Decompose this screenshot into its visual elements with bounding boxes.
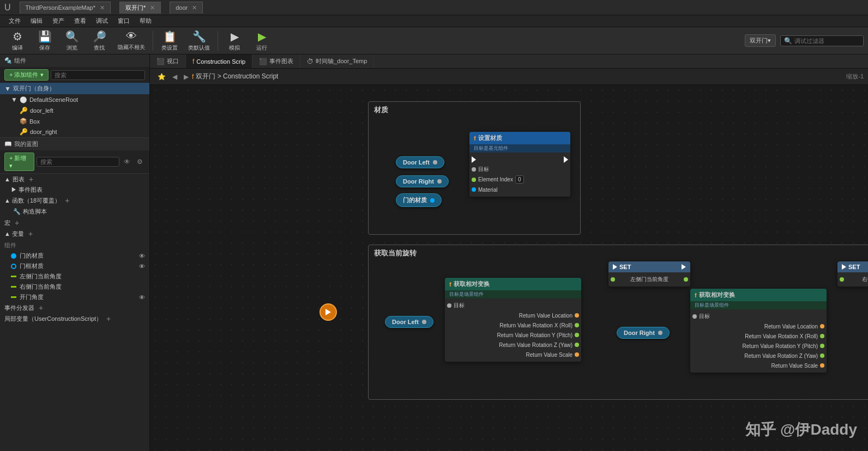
- blueprint-canvas[interactable]: 材质 Door Left Door Right 门的材质: [150, 85, 868, 451]
- add-variable-button[interactable]: +: [26, 229, 35, 238]
- forward-button[interactable]: ▶: [180, 72, 192, 82]
- add-dispatcher-button[interactable]: +: [37, 303, 45, 312]
- var-left-angle[interactable]: 左侧门当前角度: [0, 271, 149, 282]
- event-dispatchers-section[interactable]: 事件分发器 +: [0, 302, 149, 313]
- back-button[interactable]: ◀: [169, 72, 180, 82]
- debug-filter-input[interactable]: [794, 38, 860, 44]
- door-right-label-2: Door Right: [624, 330, 655, 336]
- add-local-var-button[interactable]: +: [104, 314, 113, 323]
- functions-section[interactable]: ▲ 函数（18可覆盖） +: [0, 195, 149, 206]
- tab-timeline[interactable]: ⏱ 时间轴_door_Temp: [300, 54, 374, 68]
- menu-debug[interactable]: 调试: [92, 16, 112, 26]
- gt1-location-row: Return Value Location: [445, 310, 581, 320]
- toolbar: ⚙ 编译 💾 保存 🔍 浏览 🔎 查找 👁 隐藏不相关 📋 类设置 🔧 类默认值…: [0, 27, 868, 54]
- gt1-target-row: 目标: [445, 301, 581, 310]
- get-transform-1-node[interactable]: f 获取相对变换 目标是场景组件 目标 Return Value Locatio…: [445, 278, 581, 362]
- find-button[interactable]: 🔎 查找: [86, 28, 112, 54]
- door-left-var-node-1[interactable]: Door Left: [396, 156, 444, 168]
- save-button[interactable]: 💾 保存: [32, 28, 58, 54]
- door-left-var-node-2[interactable]: Door Left: [385, 316, 433, 328]
- close-tab-0[interactable]: ✕: [100, 4, 105, 11]
- blueprint-search-input[interactable]: [37, 157, 119, 167]
- tree-item-door-right[interactable]: 🔑 door_right: [0, 126, 149, 137]
- class-defaults-icon: 🔧: [192, 30, 206, 43]
- entry-node[interactable]: [320, 303, 337, 321]
- event-graph-section[interactable]: ▶ 事件图表: [0, 185, 149, 195]
- set-left-out-pin: [684, 277, 688, 282]
- editor-area: ⬛ 视口 f Construction Scrip ⬛ 事件图表 ⏱ 时间轴_d…: [150, 54, 868, 451]
- var-door-material[interactable]: 门的材质 👁: [0, 251, 149, 261]
- hide-unrelated-button[interactable]: 👁 隐藏不相关: [113, 28, 149, 53]
- run-icon: ▶: [258, 30, 266, 43]
- set-material-node[interactable]: f 设置材质 目标是基元组件 目标: [469, 132, 570, 197]
- variables-section[interactable]: ▲ 变量 +: [0, 228, 149, 239]
- class-settings-button[interactable]: 📋 类设置: [156, 28, 183, 54]
- tab-door[interactable]: door ✕: [170, 2, 203, 14]
- star-button[interactable]: ⭐: [154, 72, 169, 82]
- set-left-angle-node[interactable]: SET 左侧门当前角度: [608, 261, 690, 287]
- tree-item-self[interactable]: ▼ 双开门（自身）: [0, 83, 149, 94]
- var-open-angle[interactable]: 开门角度 👁: [0, 292, 149, 302]
- components-toolbar: + 添加组件 ▾: [0, 67, 149, 83]
- component-search-input[interactable]: [51, 70, 145, 80]
- left-panel: 🔩 组件 + 添加组件 ▾ ▼ 双开门（自身） ▼ ⚪ DefaultScene…: [0, 54, 150, 451]
- local-vars-section[interactable]: 局部变量（UserConstructionScript） +: [0, 313, 149, 324]
- run-button[interactable]: ▶ 运行: [249, 28, 275, 54]
- get-transform-1-body: 目标 Return Value Location Return Value Ro…: [445, 298, 581, 362]
- eye-button[interactable]: 👁: [122, 157, 132, 167]
- add-function-button[interactable]: +: [63, 196, 71, 205]
- find-icon: 🔎: [93, 30, 106, 43]
- filter-button[interactable]: ⚙: [135, 157, 145, 167]
- close-tab-1[interactable]: ✕: [150, 4, 155, 11]
- var-right-angle[interactable]: 右侧门当前角度: [0, 282, 149, 292]
- macros-section[interactable]: 宏 +: [0, 217, 149, 228]
- tab-viewport[interactable]: ⬛ 视口: [150, 54, 186, 68]
- tree-item-box[interactable]: 📦 Box: [0, 116, 149, 126]
- class-defaults-button[interactable]: 🔧 类默认值: [184, 28, 214, 54]
- construction-icon: f: [192, 58, 194, 65]
- eye-icon-4[interactable]: 👁: [139, 294, 145, 301]
- eye-icon-0[interactable]: 👁: [139, 253, 145, 259]
- add-graph-button[interactable]: +: [27, 175, 35, 184]
- eye-icon-1[interactable]: 👁: [139, 263, 145, 270]
- compile-button[interactable]: ⚙ 编译: [4, 28, 31, 54]
- menu-view[interactable]: 查看: [70, 16, 91, 26]
- construct-script-item[interactable]: 🔧 构造脚本: [0, 206, 149, 217]
- add-component-button[interactable]: + 添加组件 ▾: [4, 69, 49, 81]
- my-blueprint-section: 📖 我的蓝图 + 新增▾ 👁 ⚙: [0, 138, 149, 174]
- tab-double-door[interactable]: 双开门* ✕: [119, 2, 161, 14]
- menu-help[interactable]: 帮助: [135, 16, 156, 26]
- tab-thirdperson[interactable]: ThirdPersonExampleMap* ✕: [20, 2, 111, 14]
- menu-file[interactable]: 文件: [4, 16, 25, 26]
- door-right-var-node-2[interactable]: Door Right: [617, 327, 670, 339]
- element-index-value[interactable]: 0: [515, 175, 524, 184]
- debug-filter-search[interactable]: 🔍: [780, 35, 864, 46]
- set-material-title: 设置材质: [478, 134, 502, 142]
- menu-assets[interactable]: 资产: [48, 16, 69, 26]
- graphs-section[interactable]: ▲ 图表 +: [0, 174, 149, 185]
- menu-window[interactable]: 窗口: [113, 16, 134, 26]
- tree-item-scene-root[interactable]: ▼ ⚪ DefaultSceneRoot: [0, 94, 149, 105]
- debug-target-dropdown[interactable]: 双开门▾: [745, 34, 776, 47]
- add-macro-button[interactable]: +: [13, 218, 21, 227]
- door-right-var-node-1[interactable]: Door Right: [396, 175, 449, 187]
- tree-item-door-left[interactable]: 🔑 door_left: [0, 105, 149, 116]
- get-transform-2-node[interactable]: f 获取相对变换 目标是场景组件 目标 Return Value Locatio…: [690, 289, 827, 373]
- var-dot-left-angle: [11, 276, 16, 277]
- tab-event-graph[interactable]: ⬛ 事件图表: [252, 54, 300, 68]
- browse-button[interactable]: 🔍 浏览: [59, 28, 85, 54]
- material-group-title: 材质: [369, 102, 580, 118]
- new-add-button[interactable]: + 新增▾: [4, 153, 34, 171]
- tab-construction[interactable]: f Construction Scrip: [186, 54, 252, 68]
- gt2-target-row: 目标: [690, 312, 827, 321]
- menu-edit[interactable]: 编辑: [26, 16, 47, 26]
- components-header[interactable]: 🔩 组件: [0, 54, 149, 67]
- var-frame-material[interactable]: 门框材质 👁: [0, 261, 149, 271]
- menu-bar: 文件 编辑 资产 查看 调试 窗口 帮助: [0, 15, 868, 27]
- simulate-button[interactable]: ▶ 模拟: [221, 28, 248, 54]
- close-tab-2[interactable]: ✕: [192, 4, 197, 11]
- hide-icon: 👁: [126, 30, 137, 42]
- door-material-var-node[interactable]: 门的材质: [396, 193, 442, 207]
- set-right-angle-node[interactable]: SET 右侧门当前角度: [837, 261, 868, 287]
- my-blueprint-header[interactable]: 📖 我的蓝图: [0, 138, 149, 150]
